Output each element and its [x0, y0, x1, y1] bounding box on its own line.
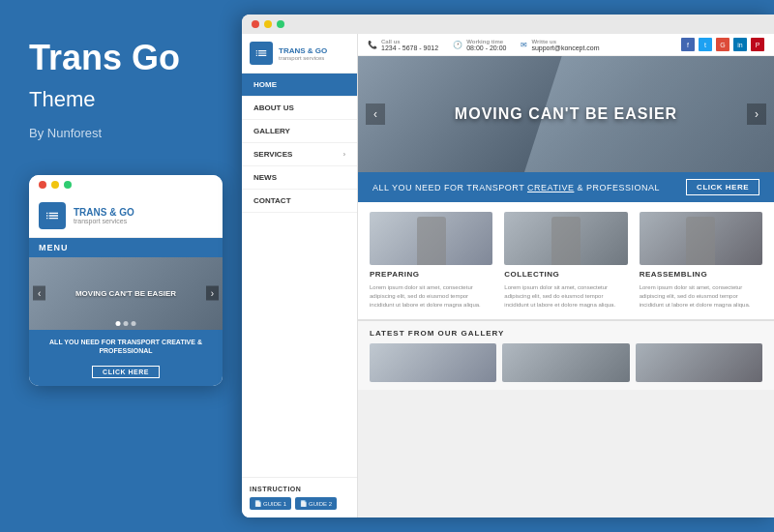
- mobile-nav-dot-1: [116, 321, 121, 326]
- theme-title: Trans Go: [29, 39, 213, 77]
- desktop-mockup: TRANS & GO transport services HOME ABOUT…: [242, 15, 774, 517]
- sidebar-nav-news[interactable]: NEWS: [242, 166, 357, 190]
- gallery-images: [370, 343, 762, 382]
- mobile-cta-button[interactable]: CLICK HERE: [92, 366, 160, 378]
- instruction-label: INSTRUCTION: [250, 486, 349, 492]
- sidebar-brand-name: TRANS & GO: [279, 46, 327, 55]
- desktop-dot-yellow: [264, 20, 272, 28]
- mobile-menu-bar: MENU: [29, 238, 223, 257]
- contact-email: ✉ Writte us support@koncept.com: [521, 39, 599, 51]
- call-value: 1234 - 5678 - 9012: [381, 44, 438, 51]
- sidebar-nav: HOME ABOUT US GALLERY SERVICES › NEWS CO…: [242, 74, 357, 477]
- service-desc-1: Lorem ipsum dolor sit amet, consectetur …: [370, 283, 492, 310]
- mobile-top-bar: [29, 175, 223, 194]
- mobile-header: TRANS & GO transport services: [29, 194, 223, 238]
- desktop-dot-red: [252, 20, 259, 28]
- mobile-dot-red: [39, 181, 46, 189]
- services-arrow-icon: ›: [343, 151, 345, 158]
- hero-text: MOVING CAN'T BE EASIER: [455, 105, 677, 123]
- mobile-hero: MOVING CAN'T BE EASIER ‹ ›: [29, 257, 223, 330]
- social-icons: f t G in P: [681, 38, 764, 51]
- guide1-button[interactable]: 📄 GUIDE 1: [250, 497, 291, 510]
- sidebar-brand: TRANS & GO transport services: [279, 46, 327, 61]
- phone-icon: 📞: [368, 41, 377, 49]
- contact-call: 📞 Call us 1234 - 5678 - 9012: [368, 39, 438, 51]
- googleplus-icon[interactable]: G: [716, 38, 729, 51]
- service-card-3: REASSEMBLING Lorem ipsum dolor sit amet,…: [640, 212, 762, 310]
- working-value: 08:00 - 20:00: [466, 44, 506, 51]
- gallery-section: LATEST FROM OUR GALLERY: [358, 319, 774, 390]
- by-line: By Nunforest: [29, 126, 213, 140]
- twitter-icon[interactable]: t: [699, 38, 712, 51]
- mobile-nav-dot-2: [124, 321, 129, 326]
- left-panel: Trans Go Theme By Nunforest TRANS & GO t…: [0, 0, 242, 532]
- service-person-2: [551, 217, 580, 265]
- cta-bar-text: ALL YOU NEED FOR TRANSPORT CREATIVE & PR…: [372, 183, 660, 192]
- mobile-logo: [39, 202, 66, 229]
- sidebar-nav-about[interactable]: ABOUT US: [242, 97, 357, 120]
- mobile-header-text: TRANS & GO transport services: [74, 207, 134, 224]
- sidebar-brand-sub: transport services: [279, 55, 327, 61]
- sidebar-nav-contact[interactable]: CONTACT: [242, 190, 357, 213]
- sidebar-nav-gallery[interactable]: GALLERY: [242, 120, 357, 143]
- service-desc-3: Lorem ipsum dolor sit amet, consectetur …: [640, 283, 762, 310]
- sidebar-logo: [250, 42, 273, 65]
- hero-next-arrow[interactable]: ›: [747, 103, 766, 125]
- mobile-hero-bg: MOVING CAN'T BE EASIER: [29, 257, 223, 330]
- service-img-3: [640, 212, 762, 265]
- guide2-button[interactable]: 📄 GUIDE 2: [295, 497, 337, 510]
- service-title-2: COLLECTING: [504, 270, 627, 279]
- desktop-top-bar: [242, 15, 774, 34]
- gallery-img-1[interactable]: [370, 343, 496, 382]
- mobile-prev-arrow[interactable]: ‹: [33, 286, 45, 301]
- service-person-3: [686, 217, 715, 265]
- service-desc-2: Lorem ipsum dolor sit amet, consectetur …: [504, 283, 627, 310]
- doc-icon: 📄: [254, 500, 261, 507]
- service-img-2: [504, 212, 627, 265]
- mobile-next-arrow[interactable]: ›: [206, 286, 219, 301]
- gallery-img-2[interactable]: [502, 343, 629, 382]
- service-person-1: [417, 217, 446, 265]
- cta-bar: ALL YOU NEED FOR TRANSPORT CREATIVE & PR…: [358, 172, 774, 202]
- clock-icon: 🕐: [453, 41, 462, 49]
- service-card-1: PREPARING Lorem ipsum dolor sit amet, co…: [370, 212, 492, 310]
- doc2-icon: 📄: [300, 500, 307, 507]
- mobile-mockup: TRANS & GO transport services MENU MOVIN…: [29, 175, 223, 387]
- mobile-nav-dots: [116, 321, 136, 326]
- mobile-brand-name: TRANS & GO: [74, 207, 134, 218]
- sidebar-nav-services[interactable]: SERVICES ›: [242, 143, 357, 166]
- gallery-title: LATEST FROM OUR GALLERY: [370, 329, 762, 338]
- mobile-cta-section: ALL YOU NEED FOR TRANSPORT CREATIVE & PR…: [29, 330, 223, 387]
- write-value: support@koncept.com: [531, 44, 599, 51]
- desktop-content: TRANS & GO transport services HOME ABOUT…: [242, 34, 774, 517]
- desktop-dot-green: [277, 20, 284, 28]
- contact-items: 📞 Call us 1234 - 5678 - 9012 🕐 Working t…: [368, 39, 600, 51]
- mobile-hero-text: MOVING CAN'T BE EASIER: [75, 289, 176, 298]
- service-card-2: COLLECTING Lorem ipsum dolor sit amet, c…: [504, 212, 627, 310]
- mobile-cta-text: ALL YOU NEED FOR TRANSPORT CREATIVE & PR…: [37, 338, 215, 357]
- guide-buttons: 📄 GUIDE 1 📄 GUIDE 2: [250, 497, 349, 510]
- mobile-nav-dot-3: [132, 321, 136, 326]
- mobile-brand-sub: transport services: [74, 218, 134, 224]
- contact-working: 🕐 Working time 08:00 - 20:00: [453, 39, 506, 51]
- service-img-1: [370, 212, 492, 265]
- mobile-dot-green: [64, 181, 72, 189]
- service-title-3: REASSEMBLING: [640, 270, 762, 279]
- linkedin-icon[interactable]: in: [733, 38, 747, 51]
- sidebar-instruction: INSTRUCTION 📄 GUIDE 1 📄 GUIDE 2: [242, 477, 357, 517]
- mobile-dot-yellow: [51, 181, 59, 189]
- sidebar-nav-home[interactable]: HOME: [242, 74, 357, 97]
- pinterest-icon[interactable]: P: [751, 38, 764, 51]
- services-section: PREPARING Lorem ipsum dolor sit amet, co…: [358, 202, 774, 319]
- facebook-icon[interactable]: f: [681, 38, 695, 51]
- hero-prev-arrow[interactable]: ‹: [366, 103, 385, 125]
- cta-bar-button[interactable]: CLICK HERE: [686, 179, 759, 195]
- top-contact-bar: 📞 Call us 1234 - 5678 - 9012 🕐 Working t…: [358, 34, 774, 56]
- working-label: Working time: [466, 39, 506, 44]
- gallery-img-3[interactable]: [636, 343, 762, 382]
- theme-subtitle: Theme: [29, 87, 213, 112]
- hero-section: MOVING CAN'T BE EASIER ‹ ›: [358, 56, 774, 172]
- email-icon: ✉: [521, 41, 527, 49]
- sidebar-header: TRANS & GO transport services: [242, 34, 357, 74]
- desktop-sidebar: TRANS & GO transport services HOME ABOUT…: [242, 34, 358, 517]
